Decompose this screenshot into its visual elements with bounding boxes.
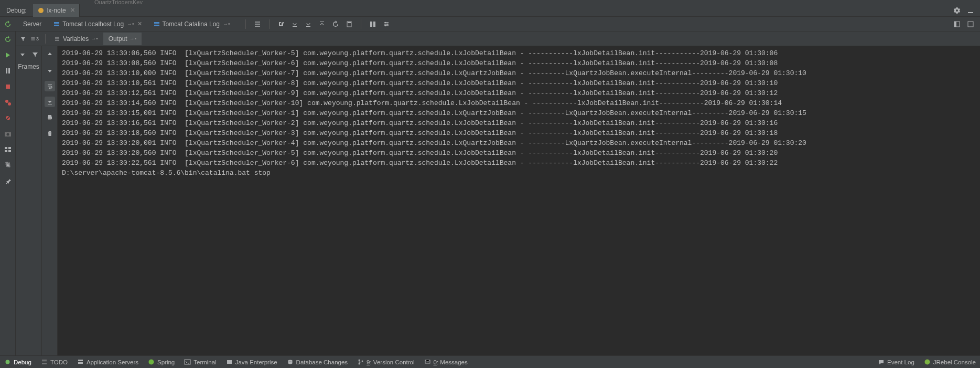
gear-icon[interactable] bbox=[953, 6, 961, 15]
output-tab[interactable]: Output →• bbox=[103, 33, 142, 45]
svg-rect-38 bbox=[227, 360, 232, 364]
variables-tab[interactable]: Variables →• bbox=[49, 33, 103, 45]
status-version-control[interactable]: 9: Version Control bbox=[357, 359, 414, 365]
terminal-icon bbox=[184, 359, 191, 365]
list-icon[interactable] bbox=[253, 20, 262, 28]
log-tab-label: Tomcat Localhost Log bbox=[62, 20, 124, 28]
layout-settings-icon[interactable] bbox=[3, 145, 13, 154]
gear-icon[interactable] bbox=[3, 161, 13, 170]
log-tab-localhost[interactable]: Tomcat Localhost Log →• ✕ bbox=[49, 18, 146, 30]
top-strip: QuartzTriggersKey bbox=[0, 0, 980, 4]
mute-breakpoints-icon[interactable] bbox=[3, 113, 13, 123]
close-icon[interactable]: ✕ bbox=[70, 7, 75, 14]
trash-icon[interactable] bbox=[45, 128, 55, 139]
status-spring[interactable]: Spring bbox=[148, 359, 175, 365]
svg-point-44 bbox=[924, 360, 930, 365]
debug-label: Debug: bbox=[0, 7, 33, 14]
svg-rect-31 bbox=[48, 115, 51, 117]
svg-rect-16 bbox=[6, 68, 7, 73]
open-browser-icon[interactable] bbox=[277, 20, 285, 28]
minimize-icon[interactable] bbox=[966, 6, 975, 15]
tool-icon-right-1[interactable] bbox=[953, 20, 961, 28]
svg-rect-1 bbox=[968, 12, 973, 13]
debug-tab-label: lx-note bbox=[47, 7, 66, 14]
svg-point-24 bbox=[6, 133, 9, 136]
scroll-to-end-icon[interactable] bbox=[45, 97, 55, 107]
layout-icon[interactable] bbox=[369, 20, 377, 28]
svg-rect-15 bbox=[968, 22, 973, 27]
output-label: Output bbox=[109, 35, 127, 43]
svg-rect-25 bbox=[5, 147, 7, 149]
status-terminal[interactable]: Terminal bbox=[184, 359, 216, 365]
funnel-icon[interactable] bbox=[31, 50, 39, 59]
console-output[interactable]: 2019-06-29 13:30:06,560 INFO [lxQuartzSc… bbox=[58, 46, 980, 355]
svg-point-12 bbox=[384, 25, 385, 26]
svg-rect-3 bbox=[54, 25, 59, 26]
view-breakpoints-icon[interactable] bbox=[3, 98, 13, 107]
svg-rect-5 bbox=[154, 25, 159, 26]
frames-label: Frames bbox=[18, 63, 39, 70]
debug-tab-row: Debug: lx-note ✕ bbox=[0, 4, 980, 17]
download-icon-2[interactable] bbox=[304, 20, 313, 28]
pin-icon: →• bbox=[127, 21, 134, 27]
pause-icon[interactable] bbox=[3, 66, 13, 76]
status-app-servers[interactable]: Application Servers bbox=[77, 359, 138, 365]
stop-icon[interactable] bbox=[3, 82, 13, 91]
rerun-icon[interactable] bbox=[4, 20, 12, 28]
jrebel-icon bbox=[924, 359, 931, 365]
svg-rect-9 bbox=[373, 22, 375, 27]
log-tab-label: Tomcat Catalina Log bbox=[163, 20, 220, 28]
svg-rect-18 bbox=[6, 85, 10, 89]
arrow-down-icon[interactable] bbox=[18, 50, 27, 59]
event-log-icon bbox=[878, 359, 885, 365]
svg-point-33 bbox=[6, 360, 10, 364]
server-icon bbox=[154, 21, 160, 27]
tool-icon-right-2[interactable] bbox=[966, 20, 975, 28]
status-database-changes[interactable]: Database Changes bbox=[287, 359, 348, 365]
server-icon bbox=[77, 359, 84, 365]
soft-wrap-icon[interactable] bbox=[45, 81, 55, 91]
calculator-icon[interactable] bbox=[345, 20, 353, 28]
pin-icon[interactable] bbox=[3, 176, 13, 186]
svg-rect-17 bbox=[8, 68, 10, 73]
console-gutter bbox=[42, 46, 58, 355]
status-todo[interactable]: TODO bbox=[41, 359, 68, 365]
todo-icon bbox=[41, 359, 48, 365]
svg-rect-32 bbox=[48, 119, 51, 120]
database-icon bbox=[287, 359, 294, 365]
threads-icon[interactable]: 3 bbox=[30, 35, 39, 43]
upload-icon[interactable] bbox=[318, 20, 326, 28]
variables-label: Variables bbox=[63, 35, 89, 43]
status-bar: Debug TODO Application Servers Spring Te… bbox=[0, 355, 980, 368]
svg-point-0 bbox=[38, 8, 44, 13]
variables-icon bbox=[54, 36, 60, 42]
debug-tab-lxnote[interactable]: lx-note ✕ bbox=[33, 4, 80, 17]
refresh-icon[interactable] bbox=[331, 20, 340, 28]
arrow-up-icon[interactable] bbox=[45, 49, 55, 60]
filter-dropdown-icon[interactable] bbox=[19, 35, 27, 43]
close-icon[interactable]: ✕ bbox=[137, 20, 142, 27]
branch-icon bbox=[357, 359, 364, 365]
svg-rect-34 bbox=[78, 360, 83, 361]
arrow-down-icon[interactable] bbox=[45, 65, 55, 76]
status-jrebel[interactable]: JRebel Console bbox=[924, 359, 976, 365]
svg-point-36 bbox=[148, 360, 154, 365]
svg-point-20 bbox=[8, 102, 11, 106]
svg-rect-14 bbox=[954, 22, 956, 27]
status-event-log[interactable]: Event Log bbox=[878, 359, 914, 365]
download-icon[interactable] bbox=[290, 20, 299, 28]
svg-point-39 bbox=[288, 360, 292, 362]
java-icon bbox=[226, 359, 233, 365]
print-icon[interactable] bbox=[45, 112, 55, 123]
status-java-enterprise[interactable]: Java Enterprise bbox=[226, 359, 277, 365]
resume-icon[interactable] bbox=[3, 50, 13, 60]
status-messages[interactable]: 0: Messages bbox=[424, 359, 468, 365]
pin-icon: →• bbox=[223, 21, 230, 27]
server-row: Server Tomcat Localhost Log →• ✕ Tomcat … bbox=[0, 17, 980, 31]
status-debug[interactable]: Debug bbox=[4, 359, 31, 365]
log-tab-catalina[interactable]: Tomcat Catalina Log →• bbox=[149, 18, 235, 30]
settings-icon[interactable] bbox=[382, 20, 391, 28]
server-label[interactable]: Server bbox=[16, 20, 49, 28]
rerun-icon[interactable] bbox=[3, 35, 13, 44]
camera-icon[interactable] bbox=[3, 129, 13, 139]
